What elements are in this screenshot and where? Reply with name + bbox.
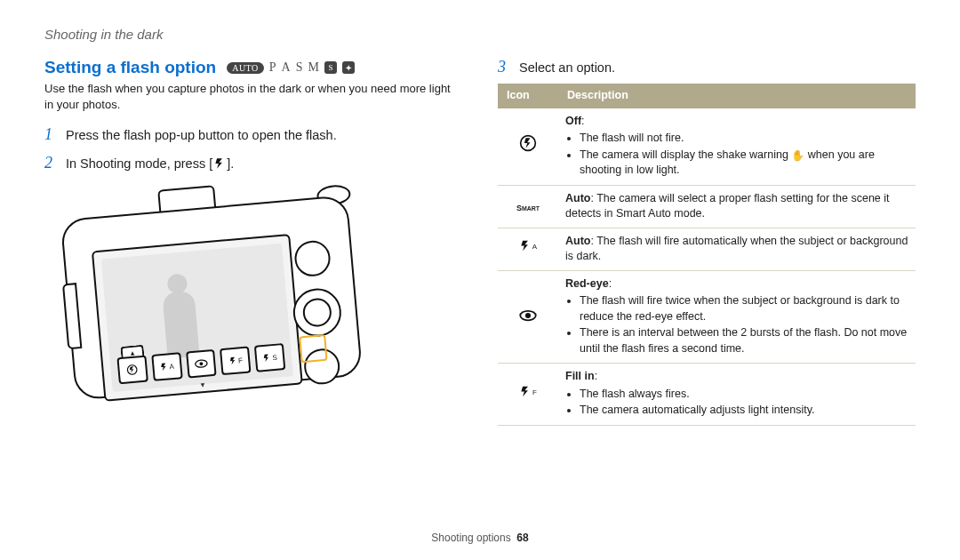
row-title: Auto (565, 192, 590, 204)
magic-mode-badge: ✦ (342, 61, 355, 74)
step-number: 1 (44, 123, 57, 148)
row-title: Fill in (565, 370, 595, 382)
step-text: Select an option. (519, 60, 615, 75)
mode-m: M (308, 60, 318, 75)
flash-options-table: Icon Description Off: The flash will not… (498, 84, 916, 426)
flash-redeye-option (186, 349, 217, 379)
flash-auto-option: A (151, 352, 182, 381)
flash-button-highlight (299, 334, 328, 364)
cell-description: Red-eye: The flash will fire twice when … (558, 270, 916, 364)
flash-slowsync-option: S (254, 343, 285, 372)
table-row: Red-eye: The flash will fire twice when … (498, 270, 916, 364)
auto-mode-badge: AUTO (227, 62, 264, 74)
col-description: Description (558, 84, 916, 108)
camera-screen: ▴ A F▾ S (92, 234, 303, 402)
step-text-a: In Shooting mode, press [ (66, 156, 212, 171)
step-2: 2 In Shooting mode, press []. (44, 151, 462, 176)
flash-icon (262, 352, 272, 364)
page-footer: Shooting options 68 (0, 532, 960, 544)
svg-point-2 (199, 362, 203, 365)
mode-p: P (269, 60, 276, 75)
step-text: Press the flash pop-up button to open th… (66, 125, 337, 145)
cell-description: Auto: The flash will fire automatically … (558, 228, 916, 270)
shake-warning-icon: ✋ (791, 148, 804, 164)
row-title: Off (565, 115, 581, 127)
footer-section: Shooting options (431, 532, 510, 544)
col-icon: Icon (498, 84, 558, 108)
two-column-layout: Setting a flash option AUTO P A S M S ✦ … (44, 58, 916, 426)
flash-fillin-option: F (220, 346, 251, 375)
table-row: SMART Auto: The camera will select a pro… (498, 185, 916, 228)
redeye-icon (498, 270, 558, 364)
left-column: Setting a flash option AUTO P A S M S ✦ … (44, 58, 462, 426)
table-row: F Fill in: The flash always fires. The c… (498, 364, 916, 426)
table-header-row: Icon Description (498, 84, 916, 108)
step-number: 2 (44, 151, 57, 176)
bullet: The flash always fires. (580, 387, 908, 403)
screen-inner: ▴ A F▾ S (101, 244, 293, 392)
bullet: There is an interval between the 2 burst… (580, 325, 908, 356)
camera-grip (62, 283, 82, 349)
mode-badges: AUTO P A S M S ✦ (227, 60, 355, 75)
smart-auto-icon: SMART (498, 185, 558, 228)
intro-text: Use the flash when you capture photos in… (44, 81, 462, 112)
flash-off-icon (125, 363, 139, 376)
cell-description: Auto: The camera will select a proper fl… (558, 185, 916, 228)
mode-s: S (296, 60, 303, 75)
row-title: Red-eye (565, 277, 609, 290)
camera-button-top (293, 239, 332, 277)
right-column: 3 Select an option. Icon Description (498, 58, 916, 426)
breadcrumb: Shooting in the dark (44, 27, 916, 42)
camera-dpad (292, 286, 344, 339)
table-row: A Auto: The flash will fire automaticall… (498, 228, 916, 270)
manual-page: Shooting in the dark Setting a flash opt… (0, 0, 960, 560)
flash-icon (228, 356, 238, 367)
page-number: 68 (516, 532, 528, 544)
flash-off-option (116, 355, 148, 384)
cell-description: Fill in: The flash always fires. The cam… (558, 364, 916, 426)
svg-point-5 (525, 313, 531, 318)
section-heading: Setting a flash option (44, 58, 216, 77)
row-title: Auto (565, 235, 590, 247)
cell-description: Off: The flash will not fire. The camera… (558, 108, 916, 186)
camera-body: ▴ A F▾ S (60, 195, 364, 400)
bullet: The camera will display the shake warnin… (580, 148, 908, 179)
eye-icon (194, 357, 209, 369)
bullet: The flash will not fire. (580, 131, 908, 147)
row-text: : The flash will fire automatically when… (565, 235, 908, 263)
heading-row: Setting a flash option AUTO P A S M S ✦ (44, 58, 462, 77)
fillin-icon: F (498, 364, 558, 426)
step-text-b: ]. (227, 156, 234, 171)
camera-illustration: ▴ A F▾ S (52, 173, 389, 422)
bullet: The camera automatically adjusts light i… (580, 403, 908, 419)
flash-off-icon (498, 108, 558, 186)
scene-mode-badge: S (324, 61, 337, 74)
step-text: In Shooting mode, press []. (66, 154, 234, 173)
table-row: Off: The flash will not fire. The camera… (498, 108, 916, 186)
subject-silhouette (156, 272, 204, 361)
step-number: 3 (498, 58, 510, 76)
step-1: 1 Press the flash pop-up button to open … (44, 123, 462, 148)
flash-icon (212, 157, 227, 170)
step-3: 3 Select an option. (498, 58, 916, 76)
mode-a: A (282, 60, 291, 75)
bullet: The flash will fire twice when the subje… (580, 293, 908, 324)
steps-list: 1 Press the flash pop-up button to open … (44, 123, 462, 176)
flash-icon (159, 361, 169, 372)
row-text: : The camera will select a proper flash … (565, 192, 890, 220)
flash-auto-icon: A (498, 228, 558, 270)
